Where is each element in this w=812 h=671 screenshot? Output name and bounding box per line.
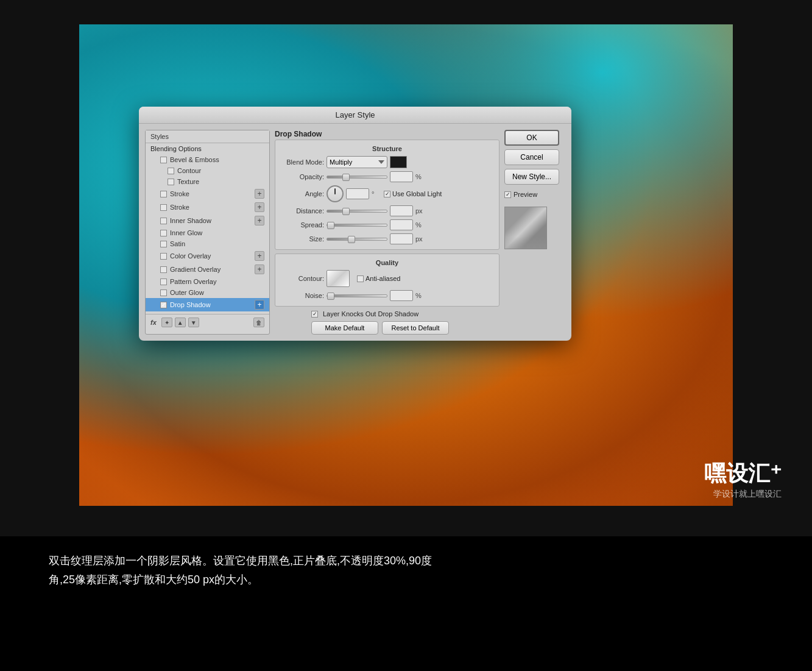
styles-list-stroke-2[interactable]: Stroke +	[146, 201, 269, 214]
stroke2-label: Stroke	[170, 204, 189, 211]
styles-list-texture[interactable]: Texture	[146, 176, 269, 187]
angle-input[interactable]: 90	[346, 188, 369, 199]
cancel-button[interactable]: Cancel	[504, 149, 559, 165]
angle-row: Angle: 90 ° Use Global Light	[281, 185, 493, 202]
styles-list-satin[interactable]: Satin	[146, 238, 269, 249]
texture-label: Texture	[177, 178, 199, 185]
noise-slider-track[interactable]	[327, 294, 387, 297]
styles-list-contour[interactable]: Contour	[146, 165, 269, 176]
size-input[interactable]: 40	[390, 233, 413, 244]
inner-glow-checkbox[interactable]	[160, 230, 167, 236]
spread-slider-track[interactable]	[327, 224, 387, 227]
opacity-unit: %	[415, 173, 425, 180]
contour-checkbox[interactable]	[168, 168, 174, 174]
texture-checkbox[interactable]	[168, 179, 174, 185]
blend-color-swatch[interactable]	[390, 156, 407, 168]
styles-panel: Styles Blending Options Bevel & Emboss C…	[145, 130, 270, 335]
spread-slider-thumb[interactable]	[327, 222, 334, 229]
inner-shadow-checkbox[interactable]	[160, 218, 167, 224]
distance-slider-thumb[interactable]	[342, 208, 350, 215]
inner-shadow-plus-btn[interactable]: +	[255, 216, 264, 225]
inner-shadow-label: Inner Shadow	[170, 217, 211, 224]
styles-list-outer-glow[interactable]: Outer Glow	[146, 287, 269, 298]
blend-mode-select[interactable]: Multiply Normal Screen	[327, 156, 387, 168]
opacity-label: Opacity:	[281, 173, 324, 180]
fx-down-btn[interactable]: ▼	[188, 318, 199, 327]
anti-aliased-label: Anti-aliased	[365, 275, 400, 282]
stroke1-checkbox[interactable]	[160, 191, 167, 197]
stroke2-plus-btn[interactable]: +	[255, 202, 264, 212]
satin-label: Satin	[170, 240, 185, 247]
canvas-area: Layer Style Styles Blending Options Beve…	[0, 0, 812, 536]
stroke1-plus-btn[interactable]: +	[255, 189, 264, 199]
opacity-slider-track[interactable]	[327, 176, 387, 179]
fx-up-btn[interactable]: ▲	[175, 318, 186, 327]
size-row: Size: 40 px	[281, 233, 493, 244]
stroke2-checkbox[interactable]	[160, 204, 167, 211]
angle-label: Angle:	[281, 190, 324, 197]
gradient-overlay-label: Gradient Overlay	[170, 266, 221, 273]
bevel-emboss-checkbox[interactable]	[160, 157, 167, 163]
pattern-overlay-checkbox[interactable]	[160, 279, 167, 285]
distance-row: Distance: 30 px	[281, 205, 493, 216]
stroke1-label: Stroke	[170, 190, 189, 197]
gradient-overlay-plus-btn[interactable]: +	[255, 264, 264, 274]
spread-unit: %	[415, 221, 425, 229]
distance-slider-track[interactable]	[327, 210, 387, 213]
contour-preview[interactable]	[327, 270, 350, 287]
styles-list-color-overlay[interactable]: Color Overlay +	[146, 249, 269, 263]
distance-input[interactable]: 30	[390, 205, 413, 216]
anti-aliased-checkbox[interactable]	[357, 275, 364, 282]
styles-list-stroke-1[interactable]: Stroke +	[146, 187, 269, 201]
styles-list-inner-shadow[interactable]: Inner Shadow +	[146, 214, 269, 227]
use-global-light-checkbox[interactable]	[384, 191, 390, 197]
blending-options-label: Blending Options	[150, 145, 202, 152]
noise-slider-thumb[interactable]	[327, 293, 334, 300]
make-default-button[interactable]: Make Default	[311, 321, 378, 335]
fx-trash-btn[interactable]: 🗑	[253, 318, 264, 327]
quality-label: Quality	[281, 259, 493, 266]
color-overlay-checkbox[interactable]	[160, 253, 167, 260]
opacity-input[interactable]: 30	[390, 171, 413, 182]
noise-input[interactable]: 0	[390, 290, 413, 301]
settings-panel: Drop Shadow Structure Blend Mode: Multip…	[275, 130, 500, 335]
new-style-button[interactable]: New Style...	[504, 169, 559, 185]
size-slider-thumb[interactable]	[348, 236, 355, 243]
layer-style-dialog: Layer Style Styles Blending Options Beve…	[139, 107, 571, 341]
drop-shadow-plus-btn[interactable]: +	[255, 300, 264, 310]
angle-dial[interactable]	[327, 185, 344, 202]
color-overlay-plus-btn[interactable]: +	[255, 251, 264, 261]
layer-knocks-row: Layer Knocks Out Drop Shadow	[311, 310, 500, 318]
preview-container: Preview	[504, 191, 565, 198]
layer-knocks-checkbox[interactable]	[311, 311, 318, 318]
gradient-overlay-checkbox[interactable]	[160, 266, 167, 273]
distance-slider-container	[327, 210, 387, 213]
satin-checkbox[interactable]	[160, 241, 167, 247]
bottom-text-line2: 角,25像素距离,零扩散和大约50 px的大小。	[49, 570, 763, 589]
styles-list-drop-shadow[interactable]: Drop Shadow +	[146, 298, 269, 311]
drop-shadow-checkbox[interactable]	[160, 302, 167, 308]
spread-input[interactable]: 0	[390, 219, 413, 230]
preview-label: Preview	[514, 191, 537, 198]
distance-unit: px	[415, 207, 425, 215]
reset-to-default-button[interactable]: Reset to Default	[382, 321, 449, 335]
use-global-light-container: Use Global Light	[384, 190, 442, 197]
spread-label: Spread:	[281, 221, 324, 229]
default-buttons-row: Make Default Reset to Default	[311, 321, 500, 335]
outer-glow-checkbox[interactable]	[160, 289, 167, 296]
dialog-title: Layer Style	[139, 107, 571, 124]
watermark-title: 嘿设汇⁺	[704, 459, 782, 489]
styles-list-pattern-overlay[interactable]: Pattern Overlay	[146, 276, 269, 287]
styles-list-inner-glow[interactable]: Inner Glow	[146, 227, 269, 238]
fx-add-btn[interactable]: ✦	[161, 318, 172, 327]
styles-list-bevel-emboss[interactable]: Bevel & Emboss	[146, 154, 269, 165]
size-slider-track[interactable]	[327, 238, 387, 241]
opacity-slider-thumb[interactable]	[342, 174, 350, 181]
preview-checkbox[interactable]	[504, 191, 511, 198]
size-unit: px	[415, 235, 425, 243]
styles-list-gradient-overlay[interactable]: Gradient Overlay +	[146, 263, 269, 276]
ok-button[interactable]: OK	[504, 130, 559, 146]
styles-list-blending-options[interactable]: Blending Options	[146, 143, 269, 154]
color-overlay-label: Color Overlay	[170, 252, 211, 260]
watermark: 嘿设汇⁺ 学设计就上嘿设汇	[704, 459, 782, 500]
